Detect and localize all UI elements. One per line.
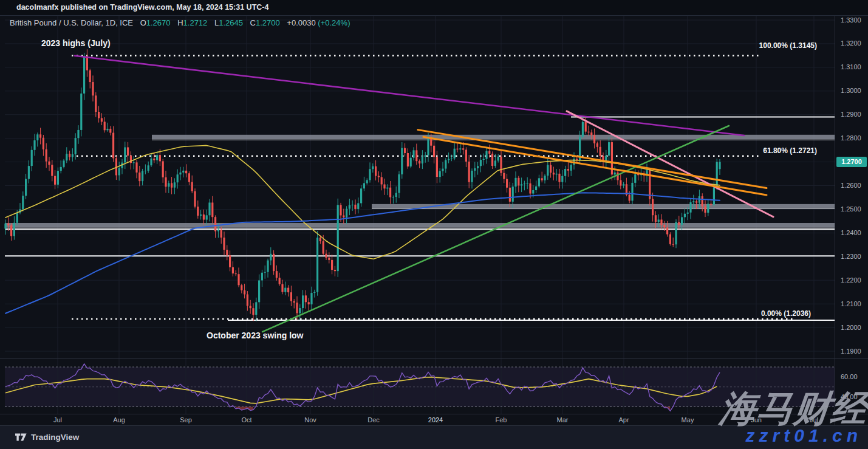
tradingview-brand[interactable]: TradingView	[15, 433, 79, 442]
price-axis-tick: 1.2800	[841, 134, 861, 142]
price-axis-tick: 1.3000	[841, 87, 861, 94]
price-axis-tick: 1.2000	[841, 324, 861, 331]
price-axis-tick: 1.2400	[841, 229, 861, 236]
footer-bar: TradingView	[0, 426, 868, 449]
price-axis-tick: 1.2600	[841, 182, 861, 189]
tradingview-chart-page: dacolmanfx published on TradingView.com,…	[0, 0, 868, 449]
price-axis-tick: 1.3300	[841, 16, 861, 24]
tradingview-brand-text: TradingView	[31, 433, 79, 442]
rsi-axis-tick: 40.00	[841, 393, 858, 400]
price-axis-tick: 1.1900	[841, 348, 861, 355]
rsi-axis-tick: 60.00	[841, 373, 858, 380]
price-axis-tick: 1.2300	[841, 253, 861, 260]
supply-zone-1-2800	[152, 135, 835, 139]
price-axis-tick: 1.2200	[841, 276, 861, 284]
price-axis-tick: 1.3100	[841, 63, 861, 70]
price-axis[interactable]: 1.33001.32001.31001.30001.29001.28001.27…	[835, 15, 868, 425]
price-axis-tick: 1.2900	[841, 111, 861, 118]
price-axis-tick: 1.2700	[841, 158, 861, 165]
price-axis-tick: 1.3200	[841, 39, 861, 47]
chart-canvas[interactable]	[0, 0, 868, 449]
price-axis-tick: 1.2100	[841, 300, 861, 307]
price-axis-tick: 1.2500	[841, 205, 861, 213]
tradingview-logo-icon	[15, 433, 27, 442]
supply-zone-1-2430	[5, 223, 835, 227]
